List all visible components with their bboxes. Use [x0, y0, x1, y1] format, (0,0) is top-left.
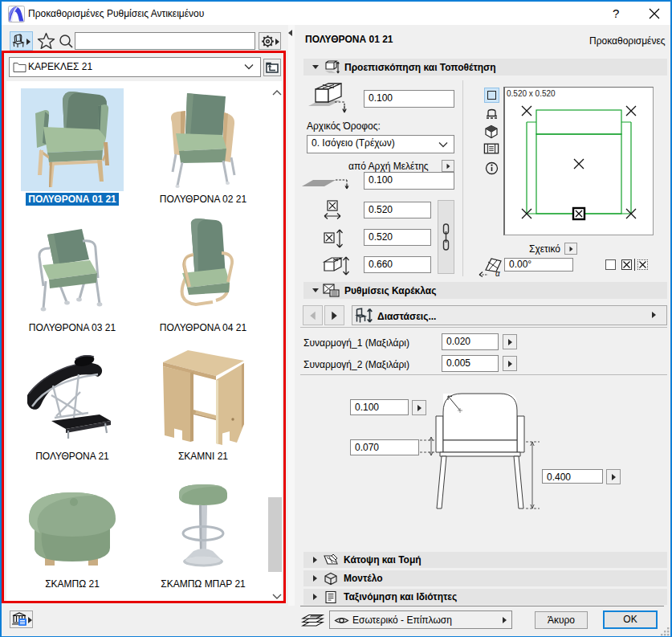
svg-text:α: α [495, 269, 500, 277]
svg-text:0.520 x 0.520: 0.520 x 0.520 [507, 89, 556, 98]
